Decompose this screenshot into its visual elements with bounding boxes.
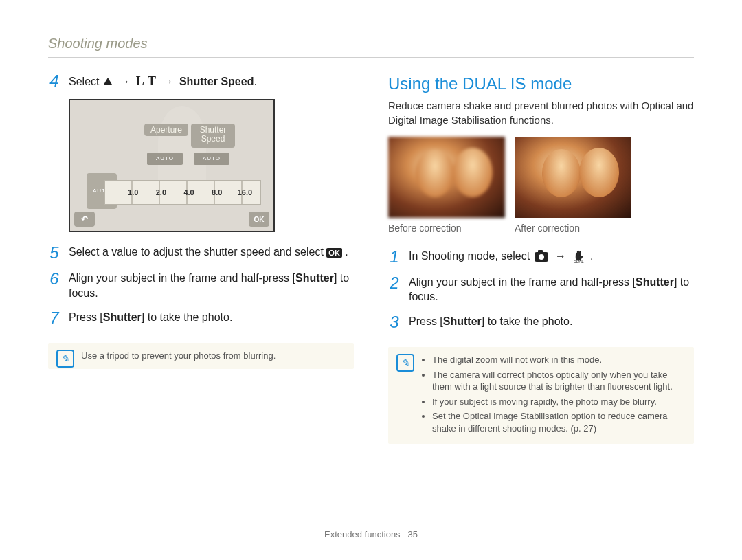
shutter-auto-indicator (194, 153, 229, 165)
after-correction-photo (515, 137, 631, 218)
note-icon: ✎ (56, 350, 74, 368)
step-number: 1 (388, 249, 401, 265)
lt-icon: L T (136, 73, 157, 89)
note-box: ✎ Use a tripod to prevent your photos fr… (48, 343, 354, 369)
arrow-icon: → (162, 76, 173, 87)
dual-is-icon (573, 251, 585, 263)
page-header: Shooting modes (48, 34, 694, 58)
before-caption: Before correction (388, 222, 505, 235)
bold-label: Shutter Speed (179, 76, 254, 87)
step-number: 2 (388, 275, 401, 304)
photo-captions: Before correction After correction (388, 222, 694, 235)
ok-icon: OK (249, 212, 269, 227)
step-text: Align your subject in the frame and half… (409, 275, 694, 304)
text: ] to take the photo. (482, 315, 573, 327)
after-caption: After correction (515, 222, 631, 235)
footer-page-number: 35 (407, 529, 417, 539)
bold-label: Shutter (295, 272, 334, 284)
camera-icon (535, 252, 548, 262)
tick-label: 16.0 (238, 188, 252, 198)
manual-page: Shooting modes 4 Select → L T → Shutter … (0, 0, 742, 560)
step-1: 1 In Shooting mode, select → . (388, 249, 694, 265)
section-description: Reduce camera shake and prevent blurred … (388, 99, 694, 127)
page-footer: Extended functions 35 (0, 528, 742, 541)
step-number: 5 (48, 245, 60, 261)
note-list: The digital zoom will not work in this m… (421, 354, 684, 434)
text: In Shooting mode, select (409, 250, 533, 262)
step-5: 5 Select a value to adjust the shutter s… (48, 245, 354, 261)
footer-section: Extended functions (324, 529, 401, 539)
bold-label: Shutter (443, 315, 482, 327)
step-number: 3 (388, 314, 401, 331)
aperture-auto-indicator (147, 153, 183, 165)
triangle-up-icon (104, 78, 112, 85)
camera-lcd-illustration: Aperture Shutter Speed 1.0 2.0 4.0 8.0 1… (69, 99, 275, 232)
step-number: 7 (48, 310, 60, 326)
note-item: The camera will correct photos optically… (432, 369, 684, 393)
step-number: 4 (48, 73, 60, 89)
text: Align your subject in the frame and half… (69, 272, 295, 284)
text: Press [ (409, 315, 443, 327)
step-text: Select → L T → Shutter Speed. (69, 73, 257, 89)
left-column: 4 Select → L T → Shutter Speed. Aperture… (48, 73, 354, 444)
text: Select (69, 76, 102, 87)
step-2: 2 Align your subject in the frame and ha… (388, 275, 694, 304)
before-correction-photo (388, 137, 505, 218)
step-text: Select a value to adjust the shutter spe… (69, 245, 348, 261)
bold-label: Shutter (636, 276, 674, 288)
shutter-scale: 1.0 2.0 4.0 8.0 16.0 (104, 180, 261, 205)
arrow-icon: → (555, 250, 566, 262)
shutter-speed-label: Shutter Speed (191, 124, 235, 148)
before-after-row (388, 137, 694, 218)
note-item: The digital zoom will not work in this m… (432, 354, 684, 366)
section-title: Using the DUAL IS mode (388, 73, 694, 95)
tick-label: 8.0 (212, 188, 222, 198)
text: . (254, 76, 256, 87)
tick-label: 2.0 (156, 188, 166, 198)
text: Press [ (69, 311, 103, 323)
step-text: Align your subject in the frame and half… (69, 271, 354, 300)
arrow-icon: → (119, 76, 130, 87)
right-column: Using the DUAL IS mode Reduce camera sha… (388, 73, 694, 444)
text: . (590, 250, 593, 262)
two-column-layout: 4 Select → L T → Shutter Speed. Aperture… (48, 73, 694, 444)
text: Align your subject in the frame and half… (409, 276, 636, 288)
text: Select a value to adjust the shutter spe… (69, 246, 326, 258)
back-icon: ↶ (74, 212, 95, 227)
step-text: Press [Shutter] to take the photo. (409, 314, 572, 331)
note-box: ✎ The digital zoom will not work in this… (388, 347, 694, 444)
bold-label: Shutter (103, 311, 142, 323)
text: . (345, 246, 348, 258)
step-number: 6 (48, 271, 60, 300)
step-3: 3 Press [Shutter] to take the photo. (388, 314, 694, 331)
step-6: 6 Align your subject in the frame and ha… (48, 271, 354, 300)
note-item: If your subject is moving rapidly, the p… (432, 396, 684, 408)
ok-icon: OK (326, 248, 342, 258)
note-text: Use a tripod to prevent your photos from… (81, 350, 276, 361)
note-icon: ✎ (396, 354, 414, 372)
step-4: 4 Select → L T → Shutter Speed. (48, 73, 354, 89)
step-7: 7 Press [Shutter] to take the photo. (48, 310, 354, 326)
note-item: Set the Optical Image Stabilisation opti… (432, 410, 684, 434)
step-text: Press [Shutter] to take the photo. (69, 310, 232, 326)
tick-label: 1.0 (128, 188, 138, 198)
text: ] to take the photo. (142, 311, 233, 323)
tick-label: 4.0 (183, 188, 194, 198)
step-text: In Shooting mode, select → . (409, 249, 593, 265)
aperture-label: Aperture (144, 124, 188, 136)
